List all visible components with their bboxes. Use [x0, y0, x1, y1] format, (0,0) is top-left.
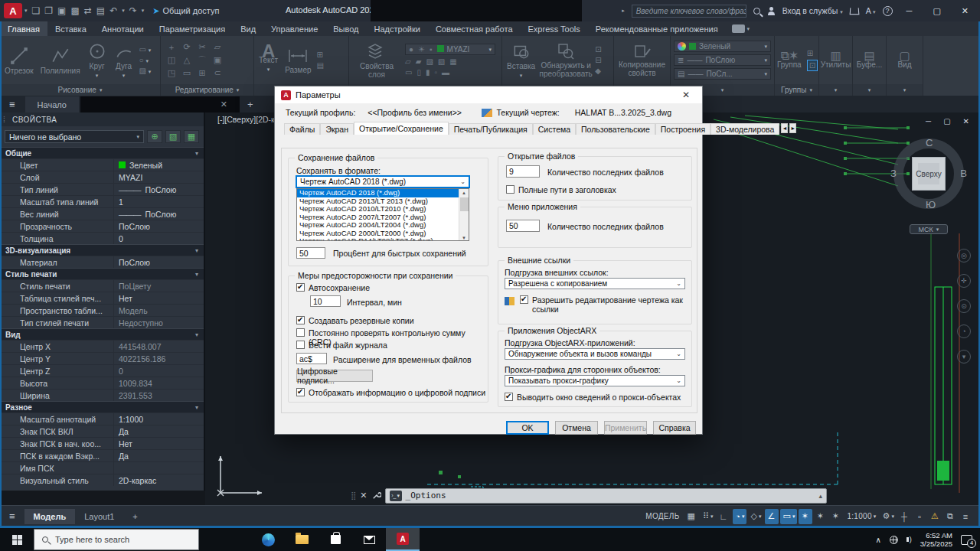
undo-caret-icon[interactable]: ▾ [119, 8, 127, 14]
ribbon-tab[interactable]: Вывод [325, 21, 366, 36]
erase-icon[interactable]: ▱ [214, 42, 220, 52]
redo-icon[interactable]: ↷ [127, 5, 139, 16]
format-option[interactable]: Чертеж AutoCAD R14/LT98/LT97 (*.dwg) [297, 237, 459, 241]
showmotion-icon[interactable]: ▾ [957, 350, 971, 364]
cancel-button[interactable]: Отмена [555, 421, 598, 435]
xref-demand-combo[interactable]: Разрешена с копированием⌄ [505, 278, 685, 289]
stretch-icon[interactable]: ◳ [168, 68, 175, 78]
viewcube-south[interactable]: Ю [926, 199, 936, 210]
toggle-pickadd-icon[interactable]: ⊕ [147, 130, 162, 143]
ribbon-tab[interactable]: Express Tools [521, 21, 588, 36]
help-icon[interactable]: ? [883, 6, 893, 16]
circle-button[interactable]: Круг▾ [86, 41, 109, 80]
recent-files-input[interactable]: 9 [506, 165, 540, 178]
ribbon-tab[interactable]: Совместная работа [428, 21, 521, 36]
ribbon-tab[interactable]: Главная [0, 21, 47, 36]
cmd-history-icon[interactable]: ▴ [818, 492, 822, 500]
sign-in-avatar-icon[interactable] [767, 7, 776, 15]
insert-button[interactable]: Вставка▾ [505, 41, 537, 80]
isolate-objects-icon[interactable]: ▫ [913, 509, 927, 524]
steering-wheel-icon[interactable]: ◎ [957, 249, 971, 262]
command-input[interactable]: ›_▾ _Options ▴ [385, 488, 827, 504]
viewcube-north[interactable]: С [926, 137, 933, 148]
tab-scroll-right-icon[interactable]: ► [789, 123, 796, 133]
ribbon-tab[interactable]: Вид [233, 21, 263, 36]
menu-icon[interactable]: ≡ [0, 96, 24, 112]
network-icon[interactable] [890, 536, 898, 544]
object-snap-tracking-icon[interactable]: ∠ [765, 509, 779, 524]
explode-icon[interactable]: ▣ [214, 55, 221, 65]
tray-expand-icon[interactable]: ∧ [875, 536, 880, 544]
graphics-performance-icon[interactable]: ⚠ [929, 509, 942, 524]
panel-label-clipboard[interactable]: ▾ [853, 84, 886, 96]
ribbon-tab[interactable]: Аннотации [94, 21, 152, 36]
offset-icon[interactable]: ⊂ [214, 68, 220, 78]
edge-taskbar-icon[interactable] [251, 528, 285, 551]
rotate-icon[interactable]: ⟳ [183, 42, 190, 52]
menu-recent-input[interactable]: 50 [506, 220, 540, 232]
workspace-icon[interactable]: ⚙▾ [880, 509, 897, 524]
close-button[interactable]: ✕ [955, 6, 975, 16]
tab-scroll-left-icon[interactable]: ◄ [781, 123, 788, 133]
drag-handle-icon[interactable]: ⣿ [351, 491, 356, 500]
start-tab[interactable]: Начало [25, 96, 79, 112]
section-view[interactable]: Вид▾ [0, 328, 204, 340]
autosave-interval-input[interactable]: 10 [310, 295, 341, 307]
dialog-tab[interactable]: Открытие/Сохранение [354, 122, 449, 135]
open-icon[interactable]: ❐ [42, 5, 55, 16]
panel-label-view[interactable]: ▾ [887, 84, 923, 96]
new-drawing-tab-button[interactable]: + [240, 96, 260, 112]
panel-label-modify[interactable]: Редактирование▾ [161, 84, 253, 96]
table-tool-icon[interactable]: ▤ [317, 61, 324, 70]
leader-tool-icon[interactable]: ⊞ [317, 51, 324, 59]
redo-caret-icon[interactable]: ▾ [139, 8, 147, 14]
group-button[interactable]: ⧉✶Группа [776, 51, 803, 69]
viewcube-east[interactable]: В [960, 168, 967, 179]
lineweight-combo[interactable]: ≣——ПоСлою▾ [674, 54, 771, 66]
model-tab[interactable]: Модель [24, 509, 76, 524]
layout1-tab[interactable]: Layout1 [75, 509, 123, 524]
section-misc[interactable]: Разное▾ [0, 401, 204, 412]
help-button[interactable]: Справка [653, 421, 696, 435]
file-explorer-taskbar-icon[interactable] [285, 528, 318, 551]
dialog-tab[interactable]: Экран [320, 123, 354, 135]
copy-icon[interactable]: ◫ [168, 55, 175, 65]
doc-minimize-icon[interactable]: ─ [926, 117, 931, 126]
doc-close-icon[interactable]: ✕ [963, 117, 969, 126]
dialog-tab[interactable]: Построения [655, 123, 710, 135]
group-select-icon[interactable]: ⊡ [807, 60, 818, 71]
customization-icon[interactable]: ≡ [959, 509, 973, 524]
new-icon[interactable]: ❏ [30, 5, 43, 16]
dimension-button[interactable]: Размер [283, 47, 312, 74]
viewcube-west[interactable]: З [890, 168, 897, 179]
text-button[interactable]: AТекст▾ [257, 47, 279, 73]
section-plot-style[interactable]: Стиль печати▾ [0, 268, 204, 279]
stock-image-icon[interactable] [732, 24, 745, 33]
quick-select-icon[interactable]: ▦ [184, 130, 199, 143]
fillet-icon[interactable]: ⌒ [198, 54, 207, 66]
layer-tools-row[interactable]: ▱▰▨▧▦ [405, 57, 495, 66]
section-3d-visualization[interactable]: 3D-визуализация▾ [0, 244, 204, 256]
ortho-icon[interactable]: ∟ [717, 509, 732, 524]
app-menu-caret-icon[interactable]: ▾ [22, 8, 30, 14]
viewcube[interactable]: С Ю З В Сверху [893, 139, 964, 209]
ellipse-tool-icon[interactable]: ○ ▾ [139, 56, 152, 64]
save-format-combo[interactable]: Чертеж AutoCAD 2018 (*.dwg)⌄ [296, 176, 469, 187]
line-button[interactable]: Отрезок [3, 46, 35, 75]
transfer-icon[interactable]: ⇄ [82, 5, 94, 16]
tab-close-icon[interactable]: ✕ [220, 99, 227, 109]
layout-menu-icon[interactable]: ≡ [0, 510, 24, 522]
temp-extension-input[interactable]: ac$ [296, 353, 327, 364]
taskbar-clock[interactable]: 6:52 AM3/25/2025 [920, 531, 952, 549]
object-color-combo[interactable]: Зеленый▾ [674, 41, 771, 52]
mirror-icon[interactable]: △ [184, 55, 190, 65]
command-prompt-icon[interactable]: ›_▾ [390, 491, 402, 501]
isodraft-icon[interactable]: ◇▾ [748, 509, 763, 524]
model-space-label[interactable]: МОДЕЛЬ [643, 509, 683, 524]
arc-button[interactable]: Дуга▾ [113, 41, 136, 80]
apply-button[interactable]: Применить [604, 421, 647, 435]
format-option[interactable]: Чертеж AutoCAD 2013/LT 2013 (*.dwg) [297, 197, 459, 206]
search-history-icon[interactable]: ▸ [622, 8, 625, 14]
notification-icon[interactable]: 4 [961, 535, 972, 545]
panel-label-draw[interactable]: Рисование▾ [0, 84, 160, 96]
